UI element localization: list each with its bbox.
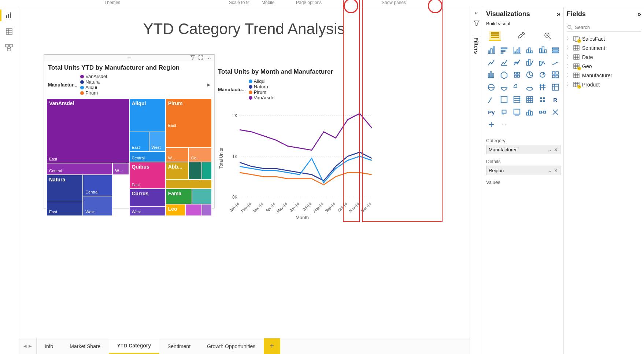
viz-type-icon[interactable] — [550, 57, 560, 67]
drag-grip-icon[interactable]: ═ — [127, 55, 131, 61]
treemap-cell[interactable]: West — [129, 206, 166, 216]
chevron-down-icon[interactable]: ⌄ — [548, 168, 552, 173]
legend-item[interactable]: Aliqui — [80, 85, 107, 90]
filter-icon[interactable] — [190, 55, 195, 61]
viz-type-icon[interactable] — [550, 45, 560, 55]
treemap-cell[interactable]: Fama — [166, 189, 192, 204]
focus-mode-icon[interactable] — [198, 55, 203, 61]
linechart-visual[interactable]: Total Units by Month and Manufacturer Ma… — [218, 66, 375, 213]
viz-type-icon[interactable]: R — [550, 95, 560, 105]
legend-item[interactable]: VanArsdel — [249, 95, 275, 100]
viz-type-icon[interactable] — [486, 82, 497, 92]
field-well-value[interactable]: Region⌄✕ — [486, 166, 560, 175]
viz-type-icon[interactable] — [486, 57, 497, 67]
build-tab-format[interactable] — [515, 31, 527, 41]
page-tab[interactable]: Sentiment — [159, 338, 199, 354]
viz-type-icon[interactable] — [512, 70, 522, 80]
field-table[interactable]: 〉✓Geo — [567, 63, 641, 69]
treemap-cell[interactable]: QuibusEast — [129, 162, 166, 189]
treemap-cell[interactable] — [166, 180, 212, 189]
treemap-cell[interactable]: Abb... — [166, 162, 189, 180]
treemap-cell[interactable] — [185, 204, 202, 216]
treemap-cell[interactable]: West — [83, 196, 112, 216]
more-options-icon[interactable]: ⋯ — [206, 55, 212, 61]
treemap-cell[interactable]: Leo — [166, 204, 185, 216]
viz-type-icon[interactable] — [486, 70, 497, 80]
treemap-cell[interactable]: W... — [112, 163, 129, 175]
viz-type-icon[interactable] — [550, 82, 560, 92]
treemap-cell[interactable]: Central — [47, 163, 112, 175]
chevron-down-icon[interactable]: ⌄ — [548, 147, 552, 152]
collapse-fields-icon[interactable]: » — [637, 10, 641, 18]
treemap-cell[interactable]: West — [149, 132, 166, 151]
remove-field-icon[interactable]: ✕ — [554, 168, 558, 173]
build-tab-analytics[interactable] — [542, 31, 554, 41]
tab-nav-arrows[interactable]: ◀▶ — [18, 338, 37, 354]
viz-type-icon[interactable] — [512, 82, 522, 92]
treemap-cell[interactable]: W... — [166, 148, 189, 162]
legend-more-icon[interactable]: ▶ — [207, 82, 210, 87]
viz-type-icon[interactable] — [525, 70, 535, 80]
page-tab[interactable]: Market Share — [62, 338, 109, 354]
viz-type-icon[interactable] — [550, 107, 560, 117]
treemap-cell[interactable]: Central — [83, 175, 112, 196]
viz-type-icon[interactable] — [499, 107, 510, 117]
treemap-visual[interactable]: ═ ⋯ Total Units YTD by Manufacturer and … — [44, 54, 214, 208]
treemap-cell[interactable] — [202, 204, 212, 216]
legend-item[interactable]: Pirum — [249, 89, 275, 95]
viz-type-icon[interactable] — [525, 95, 535, 105]
viz-type-icon[interactable] — [525, 107, 535, 117]
treemap-cell[interactable]: East — [129, 132, 149, 151]
viz-type-icon[interactable] — [486, 119, 497, 130]
legend-item[interactable]: Natura — [80, 79, 107, 85]
report-canvas[interactable]: YTD Category Trend Analysis ═ ⋯ Total Un… — [18, 7, 470, 338]
treemap-cell[interactable]: PirumEast — [166, 99, 212, 148]
model-view-icon[interactable] — [5, 43, 14, 52]
expand-filters-icon[interactable]: « — [475, 10, 478, 16]
viz-type-icon[interactable] — [499, 95, 510, 105]
viz-type-icon[interactable] — [537, 70, 548, 80]
viz-type-icon[interactable] — [512, 57, 522, 67]
treemap-cell[interactable] — [192, 189, 212, 204]
viz-type-icon[interactable] — [537, 45, 548, 55]
viz-type-icon[interactable] — [537, 95, 548, 105]
viz-type-icon[interactable] — [499, 57, 510, 67]
linechart-plot[interactable]: 0K1K2KJan-14Feb-14Mar-14Apr-14May-14Jun-… — [225, 103, 375, 213]
viz-type-icon[interactable]: Py — [486, 107, 497, 117]
legend-item[interactable]: Pirum — [80, 90, 107, 96]
legend-item[interactable]: Natura — [249, 84, 275, 89]
viz-type-icon[interactable] — [499, 82, 510, 92]
viz-type-icon[interactable] — [525, 82, 535, 92]
field-table[interactable]: 〉Manufacturer — [567, 72, 641, 78]
report-view-icon[interactable] — [5, 11, 14, 20]
legend-item[interactable]: Aliqui — [249, 78, 275, 84]
viz-type-icon[interactable] — [486, 95, 497, 105]
viz-type-icon[interactable] — [486, 45, 497, 55]
viz-type-icon[interactable] — [550, 70, 560, 80]
viz-type-icon[interactable] — [499, 45, 510, 55]
viz-type-icon[interactable] — [537, 82, 548, 92]
page-tab[interactable]: Growth Opportunities — [199, 338, 264, 354]
field-table[interactable]: 〉✓SalesFact — [567, 36, 641, 42]
field-table[interactable]: 〉✓Product — [567, 81, 641, 88]
viz-type-icon[interactable] — [537, 107, 548, 117]
collapse-vis-icon[interactable]: » — [557, 10, 560, 18]
viz-type-icon[interactable] — [537, 57, 548, 67]
field-well-value[interactable]: Manufacturer⌄✕ — [486, 145, 560, 154]
viz-type-icon[interactable] — [512, 45, 522, 55]
field-table[interactable]: 〉Sentiment — [567, 45, 641, 51]
treemap-cell[interactable]: VanArsdelEast — [47, 99, 129, 163]
legend-item[interactable]: VanArsdel — [80, 74, 107, 79]
build-tab-fields[interactable] — [489, 31, 501, 41]
data-view-icon[interactable] — [5, 27, 14, 36]
treemap-cell[interactable]: Central — [129, 151, 166, 162]
viz-type-icon[interactable]: ⋯ — [499, 119, 510, 130]
treemap-body[interactable]: VanArsdelEastCentralW...NaturaCentralEas… — [47, 99, 212, 216]
treemap-cell[interactable] — [189, 162, 202, 180]
treemap-cell[interactable] — [202, 162, 212, 180]
viz-type-icon[interactable] — [512, 107, 522, 117]
treemap-cell[interactable]: East — [47, 202, 83, 216]
field-table[interactable]: 〉Date — [567, 54, 641, 60]
remove-field-icon[interactable]: ✕ — [554, 147, 558, 152]
page-tab[interactable]: Info — [37, 338, 62, 354]
